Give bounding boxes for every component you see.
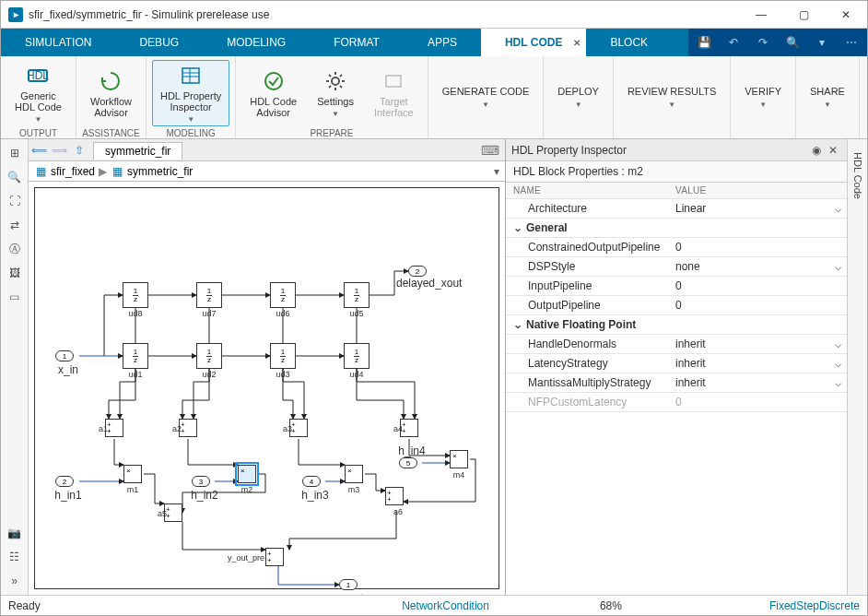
prop-value[interactable]: inherit bbox=[670, 373, 847, 392]
crumb-root[interactable]: sfir_fixed bbox=[51, 165, 95, 178]
svg-rect-16 bbox=[386, 76, 401, 87]
tab-debug[interactable]: DEBUG bbox=[115, 29, 203, 56]
block-ud3[interactable]: 1z bbox=[270, 343, 296, 369]
block-ud8[interactable]: 1z bbox=[123, 282, 148, 308]
inport-x-in[interactable]: 1 bbox=[55, 350, 74, 361]
svg-line-15 bbox=[340, 75, 342, 77]
inport-h-in4[interactable]: 5 bbox=[399, 457, 417, 468]
nav-back-button[interactable]: ⟸ bbox=[29, 139, 49, 161]
model-data-icon[interactable]: ☷ bbox=[6, 549, 23, 565]
maximize-button[interactable]: ▢ bbox=[782, 1, 825, 29]
save-icon[interactable]: 💾 bbox=[694, 36, 714, 49]
prop-value[interactable]: inherit bbox=[670, 354, 847, 373]
undo-icon[interactable]: ↶ bbox=[723, 36, 744, 49]
tab-block[interactable]: BLOCK bbox=[586, 29, 672, 56]
tab-apps[interactable]: APPS bbox=[404, 29, 481, 56]
settings-button[interactable]: Settings▼ bbox=[309, 60, 362, 126]
block-m2[interactable] bbox=[238, 465, 256, 483]
undock-icon[interactable]: ◉ bbox=[808, 144, 825, 157]
svg-text:HDL: HDL bbox=[27, 69, 49, 82]
category-nfp[interactable]: ⌄Native Floating Point bbox=[506, 315, 670, 334]
port-label: h_in4 bbox=[398, 444, 425, 457]
block-m3[interactable] bbox=[345, 465, 363, 483]
minimize-button[interactable]: ― bbox=[740, 1, 782, 29]
block-ud5[interactable]: 1z bbox=[344, 282, 369, 308]
generate-code-button[interactable]: GENERATE CODE▼ bbox=[434, 65, 538, 131]
hdl-code-advisor-button[interactable]: HDL Code Advisor bbox=[241, 60, 305, 126]
tab-format[interactable]: FORMAT bbox=[310, 29, 404, 56]
nav-forward-button[interactable]: ⟹ bbox=[49, 139, 69, 161]
tab-hdl-code[interactable]: HDL CODE✕ bbox=[481, 29, 586, 56]
block-a6[interactable] bbox=[385, 487, 404, 505]
block-ud4[interactable]: 1z bbox=[344, 343, 369, 369]
category-general[interactable]: ⌄General bbox=[506, 219, 670, 237]
workflow-advisor-button[interactable]: Workflow Advisor bbox=[82, 60, 140, 126]
svg-line-14 bbox=[329, 86, 331, 88]
prop-value[interactable]: 0 bbox=[670, 296, 847, 314]
prop-value[interactable]: none bbox=[670, 257, 847, 276]
crumb-dropdown-icon[interactable]: ▾ bbox=[494, 165, 499, 178]
fit-icon[interactable]: ⛶ bbox=[6, 193, 23, 209]
outport-y-out[interactable]: 1 bbox=[339, 579, 358, 590]
nav-up-button[interactable]: ⇧ bbox=[69, 139, 89, 161]
inport-h-in1[interactable]: 2 bbox=[55, 476, 74, 487]
prop-name: DSPStyle bbox=[506, 257, 670, 276]
prop-name: HandleDenormals bbox=[506, 335, 670, 353]
zoom-icon[interactable]: 🔍 bbox=[6, 169, 23, 185]
prop-architecture-value[interactable]: Linear bbox=[670, 199, 847, 218]
block-ud1[interactable]: 1z bbox=[123, 343, 148, 369]
block-label: a6 bbox=[380, 507, 416, 516]
share-button[interactable]: SHARE▼ bbox=[802, 65, 853, 131]
inspector-subtitle: HDL Block Properties : m2 bbox=[506, 161, 847, 183]
ribbon-group-assistance: Workflow Advisor ASSISTANCE bbox=[76, 56, 147, 138]
dropdown-icon: ▼ bbox=[759, 101, 767, 109]
status-network[interactable]: NetworkCondition bbox=[402, 599, 489, 612]
sample-time-icon[interactable]: ⇄ bbox=[6, 217, 23, 233]
hdl-property-inspector-button[interactable]: HDL Property Inspector▼ bbox=[152, 60, 229, 126]
screenshot-icon[interactable]: 📷 bbox=[6, 525, 23, 541]
close-inspector-icon[interactable]: ✕ bbox=[825, 144, 841, 157]
generic-hdl-code-button[interactable]: HDL Generic HDL Code▼ bbox=[6, 60, 70, 126]
block-ud6[interactable]: 1z bbox=[270, 282, 296, 308]
property-table: NAMEVALUE ArchitectureLinear ⌄General Co… bbox=[506, 183, 847, 595]
block-label: m2 bbox=[229, 485, 265, 494]
editor-tab[interactable]: symmetric_fir bbox=[93, 142, 182, 160]
status-zoom[interactable]: 68% bbox=[600, 599, 622, 612]
prop-value[interactable]: inherit bbox=[670, 335, 847, 353]
tab-simulation[interactable]: SIMULATION bbox=[1, 29, 115, 56]
inport-h-in2[interactable]: 3 bbox=[192, 476, 210, 487]
search-icon[interactable]: 🔍 bbox=[782, 36, 803, 49]
inport-h-in3[interactable]: 4 bbox=[302, 476, 321, 487]
block-ud7[interactable]: 1z bbox=[196, 282, 222, 308]
gear-icon bbox=[323, 68, 348, 94]
redo-icon[interactable]: ↷ bbox=[753, 36, 773, 49]
deploy-button[interactable]: DEPLOY▼ bbox=[549, 65, 607, 131]
outport-delayed-xout[interactable]: 2 bbox=[408, 266, 427, 277]
block-label: a1 bbox=[85, 424, 122, 433]
prop-value[interactable]: 0 bbox=[670, 238, 847, 256]
keyboard-icon[interactable]: ⌨ bbox=[481, 143, 499, 158]
hdl-code-tab[interactable]: HDL Code bbox=[850, 145, 865, 207]
close-button[interactable]: ✕ bbox=[825, 1, 867, 29]
prop-value[interactable]: 0 bbox=[670, 277, 847, 295]
crumb-leaf[interactable]: symmetric_fir bbox=[127, 165, 193, 178]
annotation-icon[interactable]: Ⓐ bbox=[6, 241, 23, 257]
block-m4[interactable] bbox=[450, 450, 468, 468]
image-icon[interactable]: 🖼 bbox=[6, 265, 23, 281]
more-icon[interactable]: ⋯ bbox=[841, 36, 862, 49]
search-dropdown-icon[interactable]: ▾ bbox=[812, 36, 832, 49]
canvas[interactable]: 1 x_in 2 h_in1 3 h_in2 4 h_in3 5 h_in4 2… bbox=[29, 182, 505, 595]
tab-modeling[interactable]: MODELING bbox=[203, 29, 310, 56]
expand-icon[interactable]: » bbox=[6, 573, 23, 589]
browser-icon[interactable]: ⊞ bbox=[6, 145, 23, 161]
tab-close-icon[interactable]: ✕ bbox=[573, 38, 581, 48]
block-ud2[interactable]: 1z bbox=[196, 343, 222, 369]
twisty-icon: ⌄ bbox=[513, 318, 522, 331]
block-m1[interactable] bbox=[123, 465, 142, 483]
verify-button[interactable]: VERIFY▼ bbox=[736, 65, 790, 131]
area-icon[interactable]: ▭ bbox=[6, 289, 23, 305]
review-results-button[interactable]: REVIEW RESULTS▼ bbox=[619, 65, 724, 131]
main-tabstrip: SIMULATION DEBUG MODELING FORMAT APPS HD… bbox=[1, 29, 867, 56]
status-solver[interactable]: FixedStepDiscrete bbox=[769, 599, 860, 612]
ribbon-group-share: SHARE▼ bbox=[796, 56, 860, 138]
